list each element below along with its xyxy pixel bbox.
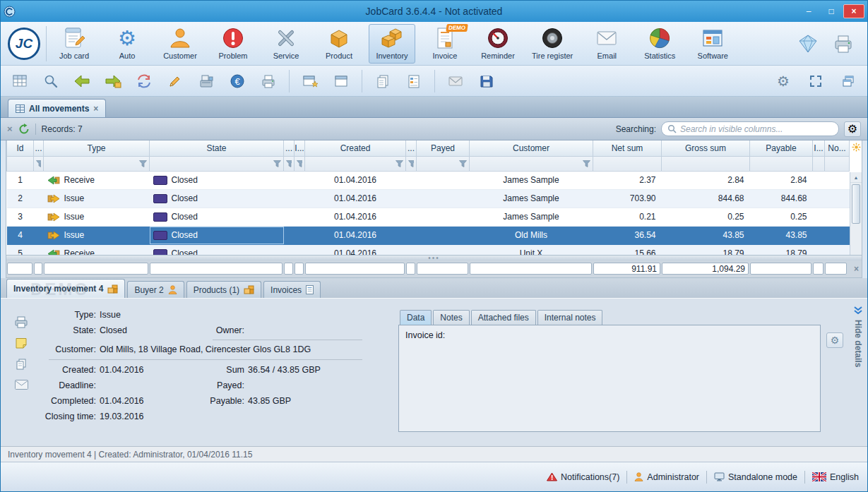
- refresh-icon[interactable]: [18, 124, 30, 135]
- details-tab-invoices[interactable]: Invoices: [263, 281, 321, 298]
- toolbar-item-problem[interactable]: Problem: [210, 24, 256, 64]
- search-options-gear-icon[interactable]: ⚙: [844, 121, 861, 137]
- search-input[interactable]: [680, 124, 833, 134]
- col-type[interactable]: Type: [44, 140, 150, 156]
- filter-cell-customer[interactable]: [470, 156, 593, 171]
- note-icon[interactable]: [15, 337, 28, 349]
- toolbar-item-auto[interactable]: ⚙ Auto: [104, 24, 150, 64]
- tab-all-movements[interactable]: All movements ×: [8, 99, 106, 117]
- tab-close-icon[interactable]: ×: [93, 104, 98, 114]
- language-button[interactable]: English: [812, 472, 859, 482]
- filter-cell-no[interactable]: [825, 156, 850, 171]
- filter-cell-dots-3[interactable]: [406, 156, 417, 171]
- cash-register-icon[interactable]: [193, 68, 220, 94]
- col-payable[interactable]: Payable: [750, 140, 813, 156]
- col-dots-3[interactable]: ...: [406, 140, 417, 156]
- mode-button[interactable]: Standalone mode: [714, 472, 797, 482]
- scroll-up-arrow[interactable]: ▲: [850, 172, 862, 183]
- sub-tab-attached-files[interactable]: Attached files: [471, 310, 536, 325]
- col-gross-sum[interactable]: Gross sum: [662, 140, 750, 156]
- filter-cell-i-1[interactable]: [295, 156, 305, 171]
- settings-gear-icon[interactable]: ⚙: [770, 68, 797, 94]
- transfer-arrows-icon[interactable]: [131, 68, 157, 94]
- print-details-icon[interactable]: [14, 316, 28, 328]
- details-tab-inventory-movement[interactable]: Inventory movement 4: [6, 279, 125, 298]
- email-details-icon[interactable]: [15, 380, 28, 390]
- filter-cell-id[interactable]: [7, 156, 34, 171]
- col-state[interactable]: State: [150, 140, 284, 156]
- col-dots-1[interactable]: ...: [34, 140, 44, 156]
- column-options-icon[interactable]: [852, 143, 861, 152]
- mail-icon[interactable]: [442, 68, 469, 94]
- back-arrow-icon[interactable]: [69, 68, 95, 94]
- toolbar-item-software[interactable]: Software: [689, 24, 736, 64]
- filter-cell-i-2[interactable]: [813, 156, 825, 171]
- filter-cell-gross-sum[interactable]: [662, 156, 750, 171]
- toolbar-item-reminder[interactable]: Reminder: [475, 24, 521, 64]
- details-tab-buyer[interactable]: Buyer 2: [127, 281, 184, 298]
- chevron-down-icon[interactable]: [853, 306, 863, 314]
- app-logo[interactable]: JC: [8, 28, 40, 60]
- table-view-icon[interactable]: [6, 68, 33, 94]
- toolbar-item-inventory[interactable]: Inventory: [369, 24, 415, 64]
- edit-pencil-icon[interactable]: [162, 68, 189, 94]
- toolbar-item-tire-register[interactable]: Tire register: [528, 24, 577, 64]
- maximize-button[interactable]: □: [821, 4, 842, 18]
- toolbar-item-job-card[interactable]: Job card: [51, 24, 97, 64]
- panel-options-gear-icon[interactable]: ⚙: [826, 332, 843, 348]
- save-icon[interactable]: [473, 68, 500, 94]
- col-id[interactable]: Id: [7, 140, 34, 156]
- euro-coin-icon[interactable]: €: [224, 68, 251, 94]
- toolbar-item-product[interactable]: Product: [316, 24, 362, 64]
- grid-splitter[interactable]: •••: [6, 255, 862, 260]
- table-row[interactable]: 3 Issue Closed 01.04.2016 James Sample 0…: [7, 208, 850, 226]
- new-window-icon[interactable]: [297, 68, 323, 94]
- table-row[interactable]: 1 Receive Closed 01.04.2016 James Sample…: [7, 171, 850, 189]
- filter-cell-dots-1[interactable]: [34, 156, 44, 171]
- table-row[interactable]: 5 Receive Closed 01.04.2016 Unit X 15.66…: [7, 244, 850, 255]
- filter-cell-net-sum[interactable]: [593, 156, 662, 171]
- copy-icon[interactable]: [369, 68, 396, 94]
- filter-cell-state[interactable]: [150, 156, 284, 171]
- sub-tab-notes[interactable]: Notes: [433, 310, 469, 325]
- table-row[interactable]: 2 Issue Closed 01.04.2016 James Sample 7…: [7, 189, 850, 208]
- window-icon[interactable]: [328, 68, 355, 94]
- col-payed[interactable]: Payed: [417, 140, 470, 156]
- toolbar-item-statistics[interactable]: Statistics: [636, 24, 683, 64]
- col-i-1[interactable]: I...: [295, 140, 305, 156]
- scrollbar-thumb[interactable]: [852, 184, 860, 224]
- print-icon[interactable]: [255, 68, 282, 94]
- cascade-windows-icon[interactable]: [835, 68, 862, 94]
- printer-hardware-icon[interactable]: [831, 31, 856, 56]
- vertical-scrollbar[interactable]: ▲: [850, 172, 862, 255]
- search-icon[interactable]: [37, 68, 64, 94]
- details-tab-products[interactable]: Products (1): [186, 281, 261, 298]
- toolbar-item-service[interactable]: Service: [263, 24, 309, 64]
- toolbar-item-customer[interactable]: Customer: [157, 24, 203, 64]
- copy-details-icon[interactable]: [15, 358, 28, 371]
- sub-tab-data[interactable]: Data: [400, 310, 432, 325]
- clear-filter-icon[interactable]: ×: [7, 124, 13, 134]
- toolbar-item-email[interactable]: Email: [583, 24, 630, 64]
- sub-tab-internal-notes[interactable]: Internal notes: [537, 310, 603, 325]
- summary-close-icon[interactable]: ×: [854, 265, 859, 273]
- fullscreen-icon[interactable]: [802, 68, 829, 94]
- filter-cell-type[interactable]: [44, 156, 150, 171]
- col-customer[interactable]: Customer: [470, 140, 593, 156]
- minimize-button[interactable]: –: [798, 4, 819, 18]
- filter-cell-created[interactable]: [305, 156, 406, 171]
- col-dots-2[interactable]: ...: [284, 140, 295, 156]
- close-button[interactable]: ×: [843, 4, 864, 18]
- hide-details-strip[interactable]: Hide details: [849, 304, 867, 446]
- col-created[interactable]: Created: [305, 140, 406, 156]
- toolbar-item-invoice[interactable]: DEMO Invoice: [422, 24, 468, 64]
- filter-cell-payable[interactable]: [750, 156, 813, 171]
- col-i-2[interactable]: I...: [813, 140, 825, 156]
- diamond-icon[interactable]: [795, 31, 821, 56]
- table-row-selected[interactable]: 4 Issue Closed 01.04.2016 Old Mills 36.5…: [7, 226, 850, 244]
- current-user-button[interactable]: Administrator: [634, 472, 699, 482]
- search-box[interactable]: [661, 121, 839, 136]
- notifications-button[interactable]: Notifications(7): [547, 472, 619, 482]
- report-icon[interactable]: [400, 68, 427, 94]
- forward-arrow-icon[interactable]: [100, 68, 126, 94]
